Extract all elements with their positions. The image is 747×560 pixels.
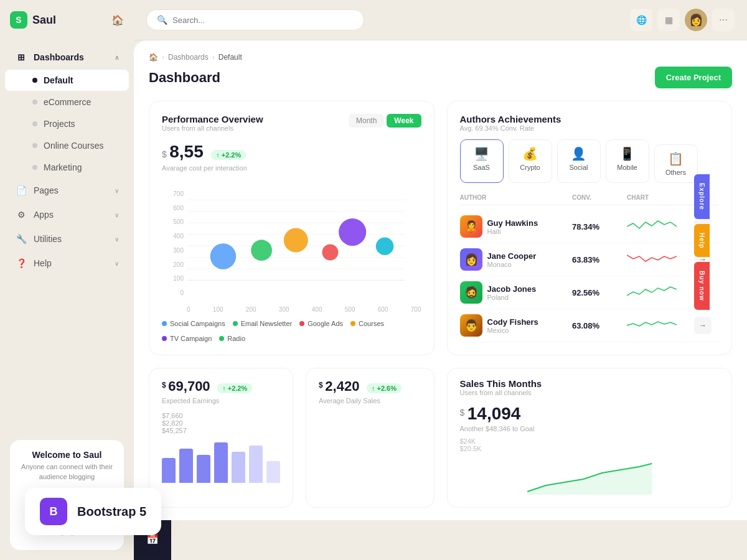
side-buttons: Explore Help Buy now	[694, 174, 710, 310]
avatar-cody: 👨	[460, 314, 482, 337]
view-btn-cody[interactable]: →	[694, 317, 712, 334]
chart-svg-guy	[627, 217, 677, 236]
svg-point-19	[251, 240, 272, 261]
sidebar-item-ecommerce[interactable]: eCommerce	[5, 91, 129, 113]
author-info-guy: 🙎 Guy Hawkins Haiti	[460, 215, 568, 238]
authors-subtitle: Avg. 69.34% Conv. Rate	[460, 124, 720, 132]
sales-value: 14,094	[467, 404, 521, 423]
welcome-title: Welcome to Saul	[20, 450, 114, 460]
sidebar-header: S Saul 🏠	[0, 0, 134, 40]
tab-others[interactable]: 📋 Others	[654, 144, 698, 183]
earnings-bar-chart	[162, 439, 280, 483]
tab-crypto[interactable]: 💰 Crypto	[509, 139, 552, 183]
tab-social[interactable]: 👤 Social	[557, 139, 601, 183]
bar-4	[214, 442, 228, 483]
earnings-label: Expected Earnings	[162, 397, 280, 404]
notifications-button[interactable]: 🌐	[630, 9, 652, 31]
create-project-button[interactable]: Create Project	[655, 67, 732, 88]
sidebar-toggle-button[interactable]: 🏠	[111, 14, 124, 26]
author-name-cody: Cody Fishers	[487, 317, 538, 327]
svg-point-18	[210, 243, 237, 269]
welcome-text: Anyone can connect with their audience b…	[20, 462, 114, 482]
sidebar-item-utilities[interactable]: 🔧 Utilities ∨	[5, 227, 129, 251]
sales-this-month-card: Sales This Months Users from all channel…	[447, 368, 733, 508]
sidebar-item-marketing[interactable]: Marketing	[5, 157, 129, 178]
bar-7	[266, 461, 280, 483]
sidebar-item-pages[interactable]: 📄 Pages ∨	[5, 179, 129, 202]
mini-chart-jacob	[627, 283, 689, 302]
legend-email: Email Newsletter	[233, 320, 293, 327]
bubble-chart-svg	[187, 178, 421, 302]
tab-week[interactable]: Week	[387, 114, 421, 128]
sales-goal: Another $48,346 to Goal	[460, 425, 720, 432]
breadcrumb: 🏠 › Dashboards › Default	[149, 53, 732, 62]
performance-subtitle: Users from all channels	[162, 124, 263, 132]
search-input[interactable]	[172, 16, 354, 25]
mobile-icon: 📱	[619, 146, 635, 161]
conv-rate-jane: 63.83%	[572, 255, 622, 264]
mini-chart-cody	[627, 316, 689, 335]
svg-marker-25	[527, 464, 652, 495]
user-avatar[interactable]: 👩	[685, 9, 707, 31]
author-info-cody: 👨 Cody Fishers Mexico	[460, 314, 568, 337]
daily-sales-badge: ↑ +2.6%	[367, 383, 402, 393]
app-name: Saul	[32, 14, 56, 27]
sidebar-item-apps[interactable]: ⚙ Apps ∨	[5, 203, 129, 226]
sidebar-label-online-courses: Online Courses	[44, 141, 104, 151]
legend-dot-social	[162, 321, 167, 326]
sidebar-item-help[interactable]: ❓ Help ∨	[5, 251, 129, 275]
author-table-header: AUTHOR CONV. CHART VIEW	[460, 190, 720, 205]
content-wrapper: 🏠 › Dashboards › Default Dashboard Creat…	[134, 40, 747, 560]
more-button[interactable]: ⋯	[712, 9, 735, 31]
crypto-icon: 💰	[522, 146, 538, 161]
sidebar-item-online-courses[interactable]: Online Courses	[5, 135, 129, 156]
sidebar-label-marketing: Marketing	[44, 162, 82, 172]
dot-online-courses	[32, 143, 37, 148]
conv-rate-cody: 63.08%	[572, 321, 622, 330]
bootstrap-label: Bootstrap 5	[77, 505, 146, 519]
dashboards-icon: ⊞	[15, 51, 27, 63]
chart-svg-jane	[627, 250, 677, 269]
search-bar[interactable]: 🔍	[146, 9, 364, 30]
svg-point-23	[376, 237, 394, 255]
more-icon: ⋯	[719, 15, 728, 25]
sidebar-label-apps: Apps	[34, 210, 54, 220]
logo-icon: S	[10, 11, 27, 29]
daily-sales-value: 2,420	[325, 378, 359, 394]
help-button[interactable]: Help	[694, 224, 710, 258]
author-name-guy: Guy Hawkins	[487, 218, 538, 228]
dashboard-content: 🏠 › Dashboards › Default Dashboard Creat…	[134, 40, 747, 520]
add-button[interactable]: +	[141, 555, 164, 560]
dashboard-grid: Performance Overview Users from all chan…	[149, 101, 732, 508]
svg-point-22	[339, 218, 366, 246]
chart-svg-jacob	[627, 283, 677, 302]
legend-dot-radio	[219, 336, 224, 341]
sidebar-label-utilities: Utilities	[34, 234, 62, 244]
search-icon: 🔍	[157, 15, 167, 25]
performance-title: Performance Overview	[162, 114, 263, 124]
buy-now-button[interactable]: Buy now	[694, 262, 710, 310]
explore-button[interactable]: Explore	[694, 174, 710, 219]
dot-projects	[32, 121, 37, 126]
chevron-dashboards: ∧	[115, 54, 119, 61]
settings-button[interactable]: ▦	[657, 9, 680, 31]
bootstrap-card: B Bootstrap 5	[25, 488, 161, 535]
page-title: Dashboard	[149, 70, 220, 86]
tab-mobile[interactable]: 📱 Mobile	[606, 139, 649, 183]
author-name-jane: Jane Cooper	[487, 251, 537, 261]
breadcrumb-dashboards[interactable]: Dashboards	[168, 53, 209, 62]
authors-card: Authors Achievements Avg. 69.34% Conv. R…	[447, 101, 733, 355]
performance-card: Performance Overview Users from all chan…	[149, 101, 435, 355]
author-location-cody: Mexico	[487, 327, 538, 334]
apps-icon: ⚙	[15, 208, 27, 221]
sidebar-item-default[interactable]: Default	[5, 70, 129, 91]
tab-month[interactable]: Month	[349, 114, 384, 128]
sidebar-item-dashboards[interactable]: ⊞ Dashboards ∧	[5, 45, 129, 69]
dot-ecommerce	[32, 100, 37, 105]
tab-saas[interactable]: 🖥️ SaaS	[460, 139, 504, 183]
earnings-card: $ 69,700 ↑ +2.2% Expected Earnings $7,66…	[149, 368, 293, 508]
app-logo: S Saul	[10, 11, 56, 29]
grid-icon: ▦	[665, 15, 673, 25]
sidebar-item-projects[interactable]: Projects	[5, 113, 129, 134]
sidebar-nav: ⊞ Dashboards ∧ Default eCommerce Project…	[0, 40, 134, 430]
